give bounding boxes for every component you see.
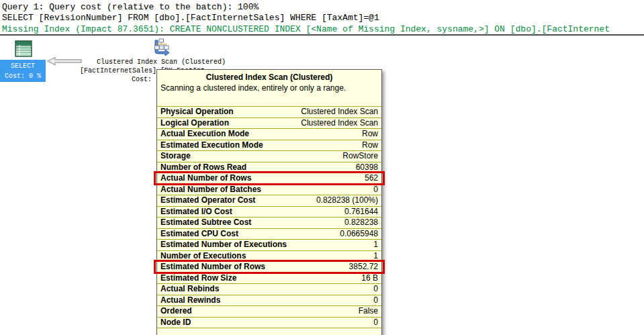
select-result-icon[interactable]: [14, 40, 33, 58]
property-row: Number of Rows Read 60398: [157, 162, 381, 174]
property-row: Number of Executions 1: [157, 251, 381, 262]
property-value: Clustered Index Scan: [301, 107, 378, 117]
property-row: Estimated Execution Mode Row: [157, 140, 381, 152]
property-value: 0: [373, 185, 378, 195]
property-row: Estimated Row Size 16 B: [157, 273, 381, 285]
property-value: 0: [373, 318, 378, 328]
property-row: Actual Rewinds 0: [157, 295, 381, 307]
property-value: 562: [365, 173, 378, 183]
property-value: 1: [373, 240, 378, 250]
select-node-cost: Cost: 0 %: [0, 71, 46, 81]
property-value: Row: [362, 129, 378, 139]
select-node[interactable]: SELECT Cost: 0 %: [0, 60, 46, 82]
property-name: Estimated Execution Mode: [160, 140, 263, 150]
property-row: Estimated Number of Rows 3852.72: [157, 262, 381, 273]
property-value: 0: [373, 295, 378, 305]
property-value: Row: [362, 140, 378, 150]
property-value: 3852.72: [349, 262, 378, 272]
property-name: Estimated I/O Cost: [160, 207, 232, 217]
property-row: Actual Execution Mode Row: [157, 129, 381, 140]
property-row: Estimated I/O Cost 0.761644: [157, 207, 381, 218]
property-value: 0: [373, 284, 378, 294]
select-node-label: SELECT: [0, 61, 46, 71]
query-cost-line: Query 1: Query cost (relative to the bat…: [2, 2, 259, 12]
property-row: Ordered False: [157, 306, 381, 318]
scan-node-title[interactable]: Clustered Index Scan (Clustered): [74, 58, 248, 66]
query-text-line: SELECT [RevisionNumber] FROM [dbo].[Fact…: [2, 13, 379, 23]
property-value: Clustered Index Scan: [301, 118, 378, 128]
property-value: 16 B: [361, 273, 378, 283]
property-row: Actual Number of Rows 562: [157, 173, 381, 185]
property-name: Actual Number of Rows: [160, 173, 251, 183]
property-name: Actual Execution Mode: [160, 129, 249, 139]
property-name: Storage: [160, 151, 191, 161]
property-name: Ordered: [160, 306, 192, 316]
property-value: RowStore: [342, 151, 378, 161]
property-name: Logical Operation: [160, 118, 229, 128]
tooltip-title: Clustered Index Scan (Clustered): [157, 73, 381, 82]
tooltip-description: Scanning a clustered index, entirely or …: [160, 83, 378, 93]
property-name: Estimated Number of Executions: [160, 240, 287, 250]
property-row: Actual Number of Batches 0: [157, 185, 381, 196]
property-name: Estimated Subtree Cost: [160, 218, 251, 228]
property-row: Actual Rebinds 0: [157, 284, 381, 295]
property-value: 0.828238 (100%): [316, 195, 378, 205]
property-row: Estimated CPU Cost 0.0665948: [157, 229, 381, 240]
property-value: 0.828238: [344, 218, 378, 228]
property-value: 0.761644: [344, 207, 378, 217]
property-name: Estimated Number of Rows: [160, 262, 265, 272]
property-name: Physical Operation: [160, 107, 234, 117]
property-row: Physical Operation Clustered Index Scan: [157, 107, 381, 118]
property-value: 0.0665948: [340, 229, 378, 239]
property-name: Actual Number of Batches: [160, 185, 261, 195]
property-row: Estimated Operator Cost 0.828238 (100%): [157, 195, 381, 207]
property-row: Logical Operation Clustered Index Scan: [157, 118, 381, 130]
property-name: Actual Rebinds: [160, 284, 219, 294]
property-value: 1: [373, 251, 378, 261]
missing-index-line: Missing Index (Impact 87.3651): CREATE N…: [2, 24, 610, 34]
property-name: Estimated Row Size: [160, 273, 236, 283]
property-name: Node ID: [160, 318, 191, 328]
property-name: Estimated CPU Cost: [160, 229, 238, 239]
property-name: Number of Executions: [160, 251, 246, 261]
property-value: 60398: [356, 162, 378, 173]
scan-node-cost[interactable]: Cost:: [132, 75, 152, 84]
clustered-index-scan-icon[interactable]: [152, 38, 171, 56]
property-name: Number of Rows Read: [160, 162, 246, 173]
property-value: False: [359, 306, 378, 316]
operator-tooltip: Clustered Index Scan (Clustered) Scannin…: [156, 69, 382, 335]
property-name: Estimated Operator Cost: [160, 195, 255, 205]
property-row: Node ID 0: [157, 318, 381, 329]
property-row: Estimated Number of Executions 1: [157, 240, 381, 251]
tooltip-property-table: Physical Operation Clustered Index Scan …: [157, 106, 381, 328]
header-separator: [0, 34, 644, 36]
property-row: Estimated Subtree Cost 0.828238: [157, 218, 381, 229]
property-row: Storage RowStore: [157, 151, 381, 162]
property-name: Actual Rewinds: [160, 295, 220, 305]
